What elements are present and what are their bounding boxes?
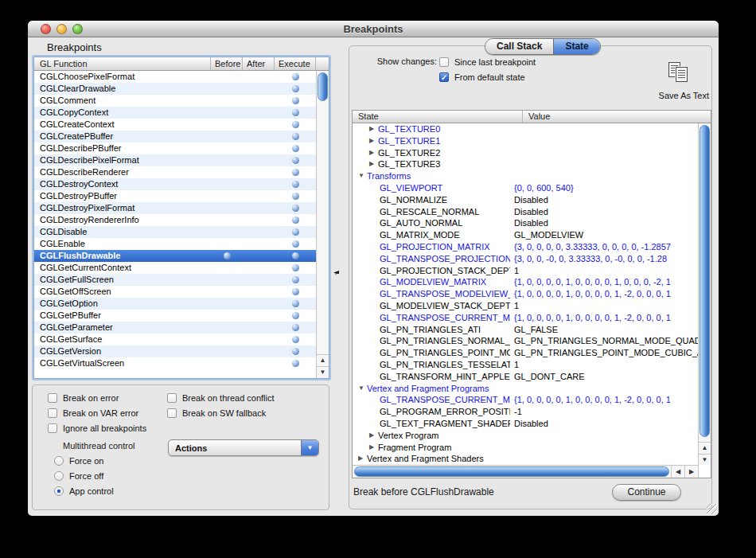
actions-dropdown[interactable]: Actions ▼ (168, 439, 319, 456)
before-cell[interactable] (211, 298, 243, 310)
breakpoint-orb-icon[interactable] (292, 300, 299, 307)
execute-cell[interactable] (275, 274, 316, 286)
function-row[interactable]: CGLDestroyContext (34, 178, 316, 190)
before-cell[interactable] (211, 95, 243, 107)
before-cell[interactable] (211, 345, 243, 357)
before-cell[interactable] (211, 322, 243, 334)
function-row[interactable]: CGLComment (34, 95, 316, 107)
function-row[interactable]: CGLDescribeRenderer (34, 166, 316, 178)
state-row[interactable]: GL_PN_TRIANGLES_NORMAL_MODGL_PN_TRIANGLE… (353, 335, 698, 347)
scroll-left-icon[interactable]: ◀ (671, 466, 684, 478)
function-row[interactable]: CGLGetCurrentContext (34, 262, 316, 274)
execute-cell[interactable] (275, 298, 316, 310)
disclosure-collapsed-icon[interactable]: ▶ (369, 442, 378, 454)
function-row[interactable]: CGLCreateContext (34, 119, 316, 131)
execute-cell[interactable] (275, 142, 316, 154)
disclosure-collapsed-icon[interactable]: ▶ (369, 147, 378, 159)
after-cell[interactable] (243, 83, 275, 95)
before-cell[interactable] (211, 334, 243, 345)
before-cell[interactable] (211, 166, 243, 178)
function-row[interactable]: CGLGetParameter (34, 322, 316, 334)
before-cell[interactable] (211, 131, 243, 142)
state-row[interactable]: ▶GL_TEXTURE1 (353, 135, 698, 147)
column-header-value[interactable]: Value (523, 111, 711, 123)
state-row[interactable]: GL_TEXT_FRAGMENT_SHADER_ATDisabled (353, 418, 698, 430)
scrollbar-thumb[interactable] (318, 72, 328, 101)
before-cell[interactable] (211, 214, 243, 226)
execute-cell[interactable] (275, 334, 316, 345)
breakpoint-orb-icon[interactable] (292, 217, 299, 224)
break-on-sw-fallback-checkbox[interactable] (167, 408, 177, 418)
breakpoint-orb-icon[interactable] (292, 336, 299, 343)
function-list-vertical-scrollbar[interactable]: ▲ ▼ (316, 71, 329, 378)
state-row[interactable]: GL_NORMALIZEDisabled (353, 194, 698, 206)
function-row[interactable]: CGLCopyContext (34, 107, 316, 119)
save-as-text-icon[interactable] (668, 62, 691, 84)
before-cell[interactable] (211, 310, 243, 322)
before-cell[interactable] (211, 71, 243, 83)
before-cell[interactable] (211, 274, 243, 286)
breakpoint-orb-icon[interactable] (292, 312, 299, 319)
state-row[interactable]: GL_PN_TRIANGLES_ATIGL_FALSE (353, 324, 698, 336)
function-row[interactable]: CGLCreatePBuffer (34, 131, 316, 142)
execute-cell[interactable] (275, 71, 316, 83)
breakpoint-orb-icon[interactable] (292, 97, 299, 104)
break-on-var-error-checkbox[interactable] (48, 408, 57, 418)
after-cell[interactable] (243, 131, 275, 142)
function-row[interactable]: CGLChoosePixelFormat (34, 71, 316, 83)
function-row[interactable]: CGLGetOption (34, 298, 316, 310)
disclosure-collapsed-icon[interactable]: ▶ (369, 123, 378, 135)
scrollbar-track[interactable] (353, 466, 671, 478)
force-on-radio[interactable] (54, 456, 64, 466)
execute-cell[interactable] (275, 262, 316, 274)
ignore-all-breakpoints-checkbox[interactable] (48, 423, 57, 433)
breakpoint-orb-icon[interactable] (292, 240, 299, 248)
after-cell[interactable] (243, 357, 275, 369)
state-row[interactable]: GL_PN_TRIANGLES_POINT_MODE_GL_PN_TRIANGL… (353, 347, 698, 359)
execute-cell[interactable] (275, 202, 316, 214)
execute-cell[interactable] (275, 190, 316, 202)
break-on-error-checkbox[interactable] (48, 393, 57, 403)
state-row[interactable]: ▼Transforms (353, 170, 698, 182)
state-row[interactable]: GL_MODELVIEW_STACK_DEPTH1 (353, 300, 698, 312)
breakpoint-orb-icon[interactable] (292, 85, 299, 92)
execute-cell[interactable] (275, 214, 316, 226)
after-cell[interactable] (243, 142, 275, 154)
execute-cell[interactable] (275, 107, 316, 119)
function-row[interactable]: CGLDestroyPixelFormat (34, 202, 316, 214)
state-row[interactable]: GL_PROJECTION_MATRIX{3, 0, 0, 0, 0, 3.33… (353, 241, 698, 253)
function-row[interactable]: CGLGetSurface (34, 334, 316, 345)
breakpoint-orb-icon[interactable] (292, 276, 299, 283)
breakpoint-orb-icon[interactable] (292, 169, 299, 176)
scroll-down-icon[interactable]: ▼ (699, 454, 711, 466)
function-row[interactable]: CGLFlushDrawable (34, 250, 316, 262)
disclosure-collapsed-icon[interactable]: ▶ (369, 158, 378, 170)
breakpoint-orb-icon[interactable] (292, 360, 299, 367)
execute-cell[interactable] (275, 322, 316, 334)
breakpoint-orb-icon[interactable] (292, 288, 299, 295)
after-cell[interactable] (243, 119, 275, 131)
before-cell[interactable] (211, 83, 243, 95)
state-row[interactable]: GL_MODELVIEW_MATRIX{1, 0, 0, 0, 0, 1, 0,… (353, 276, 698, 288)
disclosure-collapsed-icon[interactable]: ▶ (358, 453, 367, 465)
execute-cell[interactable] (275, 286, 316, 298)
column-header-state[interactable]: State (353, 111, 523, 123)
state-row[interactable]: GL_TRANSPOSE_PROJECTION_MAT{3, 0, 0, -0,… (353, 253, 698, 265)
execute-cell[interactable] (275, 154, 316, 166)
execute-cell[interactable] (275, 357, 316, 369)
state-row[interactable]: ▶Vertex and Fragment Shaders (353, 453, 698, 465)
before-cell[interactable] (211, 154, 243, 166)
state-table-vertical-scrollbar[interactable]: ▲ ▼ (698, 123, 711, 466)
disclosure-collapsed-icon[interactable]: ▶ (369, 430, 378, 442)
scroll-right-icon[interactable]: ▶ (684, 466, 698, 478)
after-cell[interactable] (243, 107, 275, 119)
column-header-after[interactable]: After (243, 57, 275, 70)
scroll-up-icon[interactable]: ▲ (699, 442, 711, 454)
execute-cell[interactable] (275, 83, 316, 95)
function-row[interactable]: CGLDestroyRendererInfo (34, 214, 316, 226)
after-cell[interactable] (243, 238, 275, 250)
after-cell[interactable] (243, 178, 275, 190)
after-cell[interactable] (243, 298, 275, 310)
function-row[interactable]: CGLDescribePBuffer (34, 142, 316, 154)
disclosure-expanded-icon[interactable]: ▼ (358, 383, 367, 395)
